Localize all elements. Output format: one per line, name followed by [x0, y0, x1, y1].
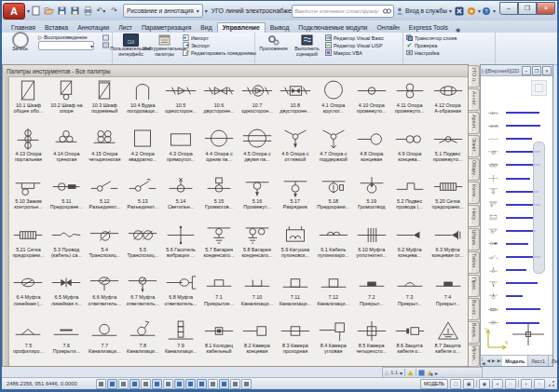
ribbon-tab-вывод[interactable]: Вывод — [266, 23, 294, 33]
palette-item-7.4[interactable]: 7.4Прикрыт... — [429, 269, 467, 318]
sheet-tab-лист1[interactable]: Лист1 — [528, 356, 549, 366]
drawing-minimize-button[interactable]: – — [522, 66, 531, 75]
minimize-button[interactable]: – — [499, 2, 518, 15]
ribbon-tab-вставка[interactable]: Вставка — [40, 23, 73, 33]
palette-item-4.15[interactable]: 4.15 Опорачетырехногая — [86, 126, 124, 174]
palette-item-5.2[interactable]: 5.2 Подвеспровода (... — [390, 173, 429, 222]
palette-item-7.7[interactable]: 7.7Канализаци... — [86, 318, 124, 365]
tool-palettes-button[interactable]: Инструментальные палитры — [149, 34, 180, 65]
insert-pause-icon[interactable] — [102, 42, 109, 48]
palette-item-5.5[interactable]: 5.5Транспозиц... — [124, 222, 162, 270]
palette-item-5.15[interactable]: 5.15Громкогов... — [200, 173, 239, 222]
palette-item-5.17[interactable]: 5.17Разрядник — [276, 173, 314, 222]
dynamic-ucs-toggle[interactable] — [185, 379, 196, 389]
palette-item-7.9[interactable]: 7.9Канализаци... — [162, 318, 200, 365]
annotation-visibility-icon[interactable] — [407, 370, 414, 376]
quick-view-layouts-icon[interactable]: ▢ — [450, 379, 461, 389]
drawing-area[interactable]: [-][Верхний][2D каркас] – ❐ × Y X |◀ — [480, 64, 553, 367]
navigation-bar[interactable] — [533, 142, 545, 274]
palette-item-8.1[interactable]: 8.1 Колодецкабельный — [200, 318, 239, 365]
play-button[interactable]: ▷ Воспроизведение — [38, 34, 100, 40]
polar-tracking-toggle[interactable] — [141, 379, 151, 389]
palette-item-4.5[interactable]: 4.5 Опора сдвумя па... — [239, 126, 277, 174]
record-button[interactable]: Запись — [5, 34, 35, 65]
palette-item-5.3[interactable]: 5.3 Провод(кабель) са... — [48, 222, 86, 270]
snap-mode-toggle[interactable] — [107, 379, 117, 389]
palette-tab-УГОл[interactable]: УГО л... — [469, 65, 480, 88]
palette-item-10.7[interactable]: 10.7односторон... — [239, 77, 277, 126]
layer-translator-button[interactable]: Транслятор слоев — [406, 34, 457, 41]
model-space-button[interactable]: МОДЕЛЬ — [420, 379, 448, 389]
palette-item-4.11[interactable]: 4.11 Опорапромежуто... — [390, 77, 429, 126]
check-standards-button[interactable]: ✔ Проверка — [406, 42, 457, 48]
palette-item-5.19[interactable]: 5.19Громоотвод — [352, 173, 390, 222]
palette-item-8.4[interactable]: 8.4 Камераугловая — [314, 318, 352, 365]
help-icon[interactable]: ? — [481, 5, 493, 17]
cui-button[interactable]: CUI Пользовательский интерфейс — [116, 34, 146, 65]
palette-item-8.7[interactable]: 8.7 Защитакабеля о... — [429, 318, 467, 365]
drawing-close-button[interactable]: × — [542, 66, 552, 75]
palette-item-4.9[interactable]: 4.9 Опораконцева... — [390, 126, 429, 174]
palette-item-7.11[interactable]: 7.11Канализаци... — [276, 269, 314, 318]
palette-item-10.5[interactable]: 10.5односторон... — [162, 77, 200, 126]
palette-tab-Комм[interactable]: Комм... — [469, 182, 480, 204]
save-as-icon[interactable] — [69, 5, 81, 17]
palette-item-7.6[interactable]: 7.6Прикрыти... — [48, 318, 86, 365]
palette-tab-Аннот[interactable]: Аннот... — [469, 88, 480, 111]
palette-item-5.6[interactable]: 5.6 Гасительвибрации ... — [162, 222, 200, 270]
binoculars-search-icon[interactable] — [383, 5, 391, 17]
vlisp-editor-button[interactable]: VL Редактор Visual LISP — [325, 42, 384, 48]
palette-item-5.14[interactable]: 5.14Светильн... — [162, 173, 200, 222]
palette-item-10.4[interactable]: 10.4 Будкапогодозащи... — [124, 77, 162, 126]
pan-icon[interactable]: + — [492, 379, 503, 389]
ribbon-display-toggle-icon[interactable]: ◉ — [456, 26, 460, 33]
ribbon-tab-управление[interactable]: Управление — [217, 22, 266, 33]
palette-item-5.9[interactable]: 5.9 Катушкапупиновск... — [276, 222, 314, 270]
palette-item-10.2[interactable]: 10.2 Шкаф наопоре — [48, 77, 86, 126]
palette-item-8.2[interactable]: 8.2 Камераконцевая — [239, 318, 277, 365]
palette-item-7.3[interactable]: 7.3Прикрыт... — [390, 269, 429, 318]
palette-item-6.4[interactable]: 6.4 Муфталинейная (... — [9, 269, 48, 318]
palette-item-6.10[interactable]: 6.10 Муфтауплотнител... — [352, 222, 390, 270]
palette-item-7.5[interactable]: 7.5профилиро... — [9, 318, 48, 365]
palette-header[interactable]: Палитры инструментов - Все палитры — [3, 65, 468, 77]
exchange-apps-icon[interactable] — [454, 5, 466, 17]
dynamic-input-toggle[interactable] — [197, 379, 207, 389]
signin-control[interactable]: Вход в службы ▾ — [396, 7, 452, 15]
ribbon-tab-аннотации[interactable]: Аннотации — [73, 23, 114, 33]
insert-message-icon[interactable] — [102, 34, 109, 41]
export-button[interactable]: Экспорт — [183, 42, 256, 48]
plot-icon[interactable] — [82, 5, 94, 17]
palette-item-5.4[interactable]: 5.4Транспозиц... — [86, 222, 124, 270]
vba-macro-button[interactable]: Макрос VBA — [325, 49, 384, 56]
quick-view-drawings-icon[interactable]: ▣ — [463, 379, 474, 389]
palette-item-4.8[interactable]: 4.8 Опораконцевая — [352, 126, 390, 174]
palette-grab-bar[interactable] — [3, 76, 9, 366]
palette-item-5.7[interactable]: 5.7 Батареяконденсато... — [200, 222, 239, 270]
edit-aliases-button[interactable]: Редактировать псевдонимы — [183, 49, 256, 56]
palette-item-4.7[interactable]: 4.7 Опора споддержкой — [314, 126, 352, 174]
palette-tab-Прив[interactable]: Прив... — [469, 275, 480, 297]
palette-item-10.1[interactable]: 10.1 Шкафобщее обо... — [9, 77, 48, 126]
selection-cycling-toggle[interactable] — [241, 379, 252, 389]
workspace-dropdown[interactable]: Рисование и аннотация ▾ — [123, 4, 203, 18]
palette-item-5.16[interactable]: 5.16Промежут... — [239, 173, 277, 222]
redo-icon[interactable]: ↷ — [108, 5, 120, 17]
resize-grip[interactable] — [547, 380, 554, 388]
palette-tab-Источ[interactable]: Источ... — [469, 345, 480, 367]
palette-item-6.6[interactable]: 6.6 Муфтаответвитель... — [86, 269, 124, 318]
restore-button[interactable]: ❐ — [518, 2, 537, 15]
palette-tab-Визуа[interactable]: Визуа... — [469, 321, 480, 344]
palette-item-4.1[interactable]: 4.1 Опоракруглог... — [314, 77, 352, 126]
palette-item-6.3[interactable]: 6.3 Муфтаконцевая от... — [429, 222, 467, 270]
palette-item-5.12[interactable]: 5.12Разъединит... — [86, 173, 124, 222]
last-sheet-icon[interactable]: ▶| — [497, 358, 503, 363]
palette-item-7.10[interactable]: 7.10Канализаци... — [239, 269, 277, 318]
palette-item-4.12[interactable]: 4.12 ОпораА-образная — [429, 77, 467, 126]
palette-tab-Обору[interactable]: Обору... — [469, 158, 480, 181]
run-script-button[interactable]: Выполнить сценарий — [292, 34, 322, 65]
steering-wheel-icon[interactable]: ◉ — [479, 379, 490, 389]
undo-icon[interactable]: ↶▾ — [95, 5, 107, 17]
palette-item-8.5[interactable]: 8.5 Камерачетырехсто... — [352, 318, 390, 365]
palette-item-6.5[interactable]: 6.5 Муфталинейная п... — [48, 269, 86, 318]
